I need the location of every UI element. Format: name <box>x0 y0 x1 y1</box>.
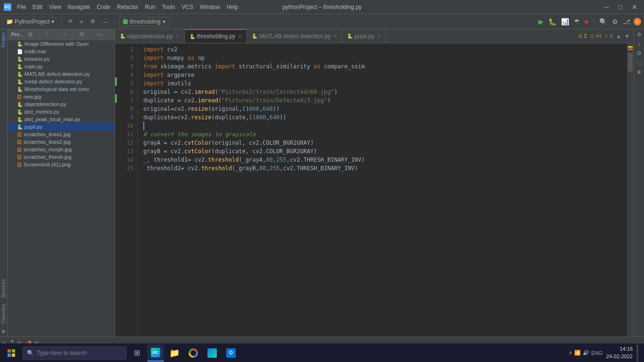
project-selector[interactable]: 📁 PythonProject ▾ <box>3 17 58 26</box>
tree-item-morph[interactable]: 🐍 Morphological data set conv <box>8 85 115 93</box>
menu-view[interactable]: View <box>46 3 64 11</box>
scroll-down-icon[interactable]: ▼ <box>624 33 630 40</box>
fold-button[interactable]: ≡ <box>77 18 86 25</box>
debug-button[interactable]: 🐛 <box>547 16 558 27</box>
tab-objectdetection[interactable]: 🐍 objectdetection.py ✕ <box>115 29 185 43</box>
tree-item-scratches2[interactable]: 🖼 scratches_lines2.jpg <box>8 138 115 146</box>
menu-tools[interactable]: Tools <box>159 3 178 11</box>
line-num-6: 6 <box>119 88 133 96</box>
tree-item-new-jpg[interactable]: 🖼 new.jpg <box>8 93 115 100</box>
profile-button[interactable]: 📊 <box>560 16 570 27</box>
tray-up-arrow[interactable]: ∧ <box>569 350 572 356</box>
project-close-icon[interactable]: — <box>96 31 111 38</box>
code-content[interactable]: import cv2 import numpy as np from skima… <box>138 43 627 337</box>
gutter-left <box>115 43 119 337</box>
toolbar-separator-3 <box>594 17 594 26</box>
tree-item-scratches-thresh[interactable]: 🖼 scratches_thresh.jpg <box>8 153 115 161</box>
start-button[interactable] <box>2 344 21 362</box>
volume-icon[interactable]: 🔊 <box>583 350 589 356</box>
toolbox-icon <box>207 348 217 358</box>
run-config-selector[interactable]: thresholding ▾ <box>119 17 169 26</box>
taskbar-outlook[interactable]: O <box>223 345 239 362</box>
menu-run[interactable]: Run <box>142 3 158 11</box>
stop-button[interactable]: ■ <box>583 16 590 27</box>
close-button[interactable]: ✕ <box>629 2 640 12</box>
project-tree: 🐍 Image Difference with Open 📄 imdb.mat … <box>8 40 115 337</box>
project-side-label[interactable]: Project <box>0 29 7 50</box>
tree-item-screenshot[interactable]: 🖼 Screenshot (41).png <box>8 161 115 168</box>
taskbar-pycharm[interactable]: PC <box>147 345 164 362</box>
tab-close-pupil[interactable]: ✕ <box>377 33 381 39</box>
maximize-button[interactable]: □ <box>616 2 625 12</box>
tree-item-matlab[interactable]: 🐍 MATLAB defect detection.py <box>8 70 115 78</box>
main-area: Project Structure Favorites ★ Pro... ⊞ ↕… <box>0 29 644 337</box>
tree-item-plot-peak[interactable]: 🐍 plot_peak_local_max.py <box>8 115 115 123</box>
taskbar-jetbrains-toolbox[interactable] <box>204 345 221 362</box>
struct-icon-4[interactable]: ⬛ <box>636 59 643 66</box>
minimize-panel-button[interactable]: — <box>100 18 111 25</box>
tree-item-main[interactable]: 🐍 main.py <box>8 63 115 70</box>
tree-item-scratches1[interactable]: 🖼 scratches_lines1.jpg <box>8 131 115 138</box>
show-desktop-button[interactable] <box>636 345 638 362</box>
tree-item-pupil[interactable]: 🐍 pupil.py <box>8 123 115 131</box>
code-line-15: threshold2= cv2.threshold(_grayB,80,255,… <box>143 164 621 173</box>
taskbar-chrome[interactable] <box>185 345 202 362</box>
ide-settings-button[interactable]: ⚙ <box>611 16 619 27</box>
search-bar[interactable]: 🔍 Type here to search <box>23 346 126 360</box>
tree-item-metal[interactable]: 🐍 metal defect detection.py <box>8 78 115 85</box>
project-scroll-button[interactable]: ↕ <box>44 31 59 38</box>
project-collapse-button[interactable]: ↔ <box>61 31 77 38</box>
structure-side-label[interactable]: Structure <box>0 276 7 301</box>
star-icon[interactable]: ★ <box>0 326 7 337</box>
coverage-button[interactable]: ☂ <box>572 16 581 27</box>
menu-edit[interactable]: Edit <box>30 3 45 11</box>
tab-matlab[interactable]: 🐍 MATLAB defect detection.py ✕ <box>247 29 342 43</box>
tree-item-scratches-morph[interactable]: 🖼 scratches_morph.jpg <box>8 146 115 153</box>
menu-refactor[interactable]: Refactor <box>114 3 141 11</box>
file-icon-py: 🐍 <box>17 57 23 62</box>
tree-item-kmeans[interactable]: 🐍 kmeans.py <box>8 55 115 63</box>
menu-window[interactable]: Window <box>197 3 223 11</box>
tab-close-matlab[interactable]: ✕ <box>333 33 337 39</box>
tree-item-imdb[interactable]: 📄 imdb.mat <box>8 48 115 55</box>
search-everywhere-button[interactable]: 🔍 <box>598 16 609 27</box>
tree-item-plot-metrics[interactable]: 🐍 plot_metrics.py <box>8 108 115 115</box>
scroll-up-btn[interactable]: ▲ <box>10 338 15 343</box>
svg-rect-0 <box>8 349 11 353</box>
taskbar-task-view[interactable]: ⊞ <box>128 345 145 362</box>
vcs-button[interactable]: ⎇ <box>621 16 632 27</box>
struct-icon-3[interactable]: ⚙ <box>636 50 642 57</box>
menu-navigate[interactable]: Navigate <box>65 3 93 11</box>
right-scrollbar[interactable] <box>627 43 634 337</box>
settings-project-button[interactable]: ⚙ <box>88 17 98 25</box>
struct-icon-2[interactable]: ↕ <box>638 41 641 47</box>
scroll-thumb[interactable] <box>628 53 633 72</box>
network-icon[interactable]: 📶 <box>574 350 581 356</box>
line-num-9: 9 <box>119 113 133 122</box>
struct-icon-1[interactable]: ⊕ <box>637 31 642 38</box>
taskbar-file-explorer[interactable]: 📁 <box>166 345 183 362</box>
run-button[interactable]: ▶ <box>537 16 545 27</box>
tab-thresholding[interactable]: 🐍 thresholding.py ✕ <box>185 29 247 43</box>
menu-help[interactable]: Help <box>224 3 241 11</box>
struct-icon-5[interactable]: ★ <box>636 69 642 75</box>
tab-pupil[interactable]: 🐍 pupil.py ✕ <box>342 29 386 43</box>
file-icon-py: 🐍 <box>17 102 23 107</box>
scroll-up-icon[interactable]: ▲ <box>616 33 621 40</box>
file-icon-jpg: 🖼 <box>17 132 22 137</box>
file-icon-py: 🐍 <box>17 41 23 47</box>
tree-item-objdetect[interactable]: 🐍 objectdetection.py <box>8 100 115 108</box>
project-layout-button[interactable]: ⊞ <box>27 31 42 38</box>
line-num-4: 4 <box>119 71 133 79</box>
project-settings-icon[interactable]: ⚙ <box>78 31 94 38</box>
menu-file[interactable]: File <box>14 3 29 11</box>
menu-vcs[interactable]: VCS <box>179 3 196 11</box>
favorites-side-label[interactable]: Favorites <box>0 301 7 326</box>
tab-close-thresholding[interactable]: ✕ <box>238 34 242 39</box>
sync-button[interactable]: ⟳ <box>66 17 75 25</box>
tab-close-objectdetection[interactable]: ✕ <box>176 33 180 39</box>
menu-code[interactable]: Code <box>94 3 113 11</box>
clock[interactable]: 14:16 24-02-2022 <box>606 346 633 360</box>
minimize-button[interactable]: ─ <box>602 2 612 12</box>
tree-item-image-diff[interactable]: 🐍 Image Difference with Open <box>8 40 115 48</box>
